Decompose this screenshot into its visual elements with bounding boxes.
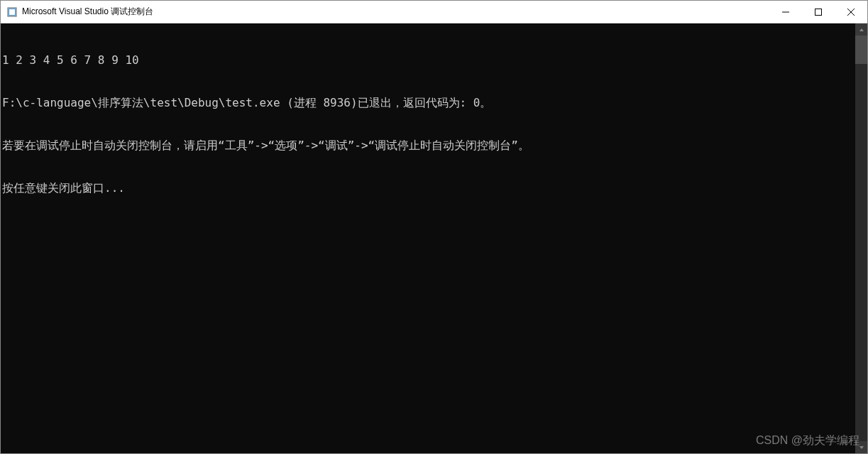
scroll-up-button[interactable]: [855, 23, 867, 36]
svg-marker-7: [859, 446, 864, 449]
titlebar[interactable]: Microsoft Visual Studio 调试控制台: [1, 1, 867, 23]
window-title: Microsoft Visual Studio 调试控制台: [22, 6, 769, 18]
maximize-button[interactable]: [802, 1, 835, 23]
window-controls: [769, 1, 867, 23]
scroll-thumb[interactable]: [855, 36, 867, 64]
scroll-down-button[interactable]: [855, 441, 867, 453]
vertical-scrollbar[interactable]: [855, 23, 867, 453]
minimize-button[interactable]: [769, 1, 802, 23]
svg-marker-6: [859, 28, 864, 31]
svg-rect-3: [815, 9, 822, 15]
console-window: Microsoft Visual Studio 调试控制台 1 2 3 4 5 …: [0, 0, 868, 454]
close-button[interactable]: [835, 1, 867, 23]
console-line: 按任意键关闭此窗口...: [2, 181, 855, 195]
console-line: F:\c-language\排序算法\test\Debug\test.exe (…: [2, 96, 855, 110]
console-line: 若要在调试停止时自动关闭控制台，请启用“工具”->“选项”->“调试”->“调试…: [2, 139, 855, 153]
console-line: 1 2 3 4 5 6 7 8 9 10: [2, 53, 855, 67]
svg-rect-1: [9, 9, 16, 15]
console-output[interactable]: 1 2 3 4 5 6 7 8 9 10 F:\c-language\排序算法\…: [1, 23, 855, 453]
app-icon: [6, 6, 18, 18]
console-body: 1 2 3 4 5 6 7 8 9 10 F:\c-language\排序算法\…: [1, 23, 867, 453]
